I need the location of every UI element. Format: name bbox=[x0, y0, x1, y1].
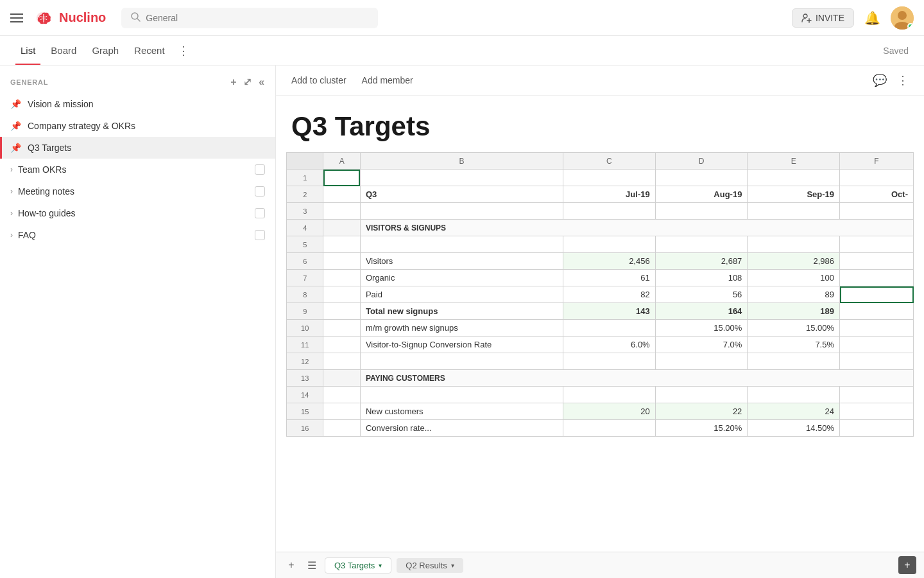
group-checkbox[interactable] bbox=[255, 186, 265, 197]
cell-a14[interactable] bbox=[323, 387, 360, 403]
menu-icon[interactable] bbox=[10, 13, 23, 22]
cell-b5[interactable] bbox=[360, 236, 563, 253]
cell-d6[interactable]: 2,687 bbox=[655, 253, 748, 270]
cell-f12[interactable] bbox=[840, 353, 914, 370]
cell-b2[interactable]: Q3 bbox=[360, 186, 563, 203]
cell-c7[interactable]: 61 bbox=[563, 270, 656, 286]
cell-a9[interactable] bbox=[323, 303, 360, 320]
cell-f3[interactable] bbox=[840, 203, 914, 220]
cell-a3[interactable] bbox=[323, 203, 360, 220]
cell-d8[interactable]: 56 bbox=[655, 286, 748, 303]
cell-f6[interactable] bbox=[840, 253, 914, 270]
cell-e7[interactable]: 100 bbox=[748, 270, 840, 286]
notification-bell-icon[interactable]: 🔔 bbox=[864, 10, 880, 26]
cell-c8[interactable]: 82 bbox=[563, 286, 656, 303]
sidebar-item-vision[interactable]: 📌 Vision & mission bbox=[0, 93, 275, 115]
group-checkbox[interactable] bbox=[255, 230, 265, 240]
cell-c6[interactable]: 2,456 bbox=[563, 253, 656, 270]
cell-d16[interactable]: 15.20% bbox=[655, 420, 748, 437]
cell-a16[interactable] bbox=[323, 420, 360, 437]
cell-b15[interactable]: New customers bbox=[360, 403, 563, 420]
sidebar-group-team-okrs[interactable]: › Team OKRs bbox=[0, 159, 275, 180]
add-to-cluster-button[interactable]: Add to cluster bbox=[291, 75, 346, 85]
sidebar-group-meeting-notes[interactable]: › Meeting notes bbox=[0, 180, 275, 202]
search-bar[interactable] bbox=[121, 8, 378, 28]
cell-c14[interactable] bbox=[563, 387, 656, 403]
col-header-d[interactable]: D bbox=[655, 153, 748, 170]
cell-f5[interactable] bbox=[840, 236, 914, 253]
sidebar-item-q3-targets[interactable]: 📌 Q3 Targets bbox=[0, 137, 275, 159]
cell-c15[interactable]: 20 bbox=[563, 403, 656, 420]
group-checkbox[interactable] bbox=[255, 164, 265, 175]
cell-f9[interactable] bbox=[840, 303, 914, 320]
cell-c3[interactable] bbox=[563, 203, 656, 220]
search-input[interactable] bbox=[146, 13, 369, 23]
tab-recent[interactable]: Recent bbox=[129, 37, 170, 65]
cell-b7[interactable]: Organic bbox=[360, 270, 563, 286]
cell-c5[interactable] bbox=[563, 236, 656, 253]
add-sheet-button[interactable]: + bbox=[284, 557, 299, 573]
cell-e11[interactable]: 7.5% bbox=[748, 337, 840, 353]
cell-d3[interactable] bbox=[655, 203, 748, 220]
cell-c16[interactable] bbox=[563, 420, 656, 437]
cell-a1[interactable] bbox=[323, 170, 360, 186]
cell-d12[interactable] bbox=[655, 353, 748, 370]
cell-e3[interactable] bbox=[748, 203, 840, 220]
cell-f10[interactable] bbox=[840, 320, 914, 337]
cell-c10[interactable] bbox=[563, 320, 656, 337]
cell-a10[interactable] bbox=[323, 320, 360, 337]
collapse-sidebar-icon[interactable]: « bbox=[259, 76, 265, 88]
cell-c9[interactable]: 143 bbox=[563, 303, 656, 320]
cell-e8[interactable]: 89 bbox=[748, 286, 840, 303]
add-item-icon[interactable]: + bbox=[230, 76, 237, 88]
cell-a11[interactable] bbox=[323, 337, 360, 353]
cell-d2[interactable]: Aug-19 bbox=[655, 186, 748, 203]
add-member-button[interactable]: Add member bbox=[362, 75, 413, 85]
cell-d10[interactable]: 15.00% bbox=[655, 320, 748, 337]
cell-a2[interactable] bbox=[323, 186, 360, 203]
more-options-icon[interactable]: ⋮ bbox=[897, 73, 909, 87]
cell-a8[interactable] bbox=[323, 286, 360, 303]
cell-f14[interactable] bbox=[840, 387, 914, 403]
cell-a12[interactable] bbox=[323, 353, 360, 370]
cell-e1[interactable] bbox=[748, 170, 840, 186]
sidebar-group-how-to[interactable]: › How-to guides bbox=[0, 202, 275, 224]
cell-d1[interactable] bbox=[655, 170, 748, 186]
cell-e9[interactable]: 189 bbox=[748, 303, 840, 320]
cell-e15[interactable]: 24 bbox=[748, 403, 840, 420]
cell-a6[interactable] bbox=[323, 253, 360, 270]
col-header-f[interactable]: F bbox=[840, 153, 914, 170]
cell-b16[interactable]: Conversion rate... bbox=[360, 420, 563, 437]
cell-f11[interactable] bbox=[840, 337, 914, 353]
cell-a15[interactable] bbox=[323, 403, 360, 420]
cell-a7[interactable] bbox=[323, 270, 360, 286]
cell-b13[interactable]: PAYING CUSTOMERS bbox=[360, 370, 913, 387]
cell-b12[interactable] bbox=[360, 353, 563, 370]
cell-d14[interactable] bbox=[655, 387, 748, 403]
tab-more-icon[interactable]: ⋮ bbox=[178, 44, 189, 58]
cell-b10[interactable]: m/m growth new signups bbox=[360, 320, 563, 337]
cell-b6[interactable]: Visitors bbox=[360, 253, 563, 270]
sheet-tab-q2-results[interactable]: Q2 Results ▾ bbox=[397, 558, 463, 573]
cell-b11[interactable]: Visitor-to-Signup Conversion Rate bbox=[360, 337, 563, 353]
tab-list[interactable]: List bbox=[15, 37, 40, 65]
cell-c12[interactable] bbox=[563, 353, 656, 370]
cell-b3[interactable] bbox=[360, 203, 563, 220]
sidebar-group-faq[interactable]: › FAQ bbox=[0, 224, 275, 246]
cell-b14[interactable] bbox=[360, 387, 563, 403]
cell-b4[interactable]: VISITORS & SIGNUPS bbox=[360, 220, 913, 236]
cell-f15[interactable] bbox=[840, 403, 914, 420]
cell-f2[interactable]: Oct- bbox=[840, 186, 914, 203]
cell-a5[interactable] bbox=[323, 236, 360, 253]
cell-e10[interactable]: 15.00% bbox=[748, 320, 840, 337]
cell-a13[interactable] bbox=[323, 370, 360, 387]
col-header-a[interactable]: A bbox=[323, 153, 360, 170]
user-avatar[interactable] bbox=[891, 6, 914, 30]
embed-button[interactable]: + bbox=[898, 556, 916, 574]
cell-e12[interactable] bbox=[748, 353, 840, 370]
sheet-tab-q3-targets[interactable]: Q3 Targets ▾ bbox=[325, 557, 391, 574]
cell-f1[interactable] bbox=[840, 170, 914, 186]
cell-f7[interactable] bbox=[840, 270, 914, 286]
spreadsheet-container[interactable]: A B C D E F 1 bbox=[276, 152, 924, 552]
sheet-tab-dropdown-icon[interactable]: ▾ bbox=[451, 562, 454, 569]
